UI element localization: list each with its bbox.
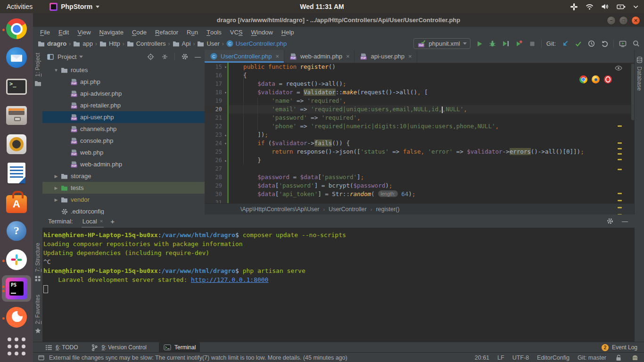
tool-button-versioncontrol[interactable]: 9: Version Control bbox=[91, 343, 147, 352]
tool-button-structure[interactable]: 7: Structure bbox=[33, 243, 42, 283]
system-tray[interactable] bbox=[570, 3, 638, 11]
menu-window[interactable]: Window bbox=[247, 27, 277, 37]
tree-item-console.php[interactable]: PHPconsole.php bbox=[42, 135, 205, 147]
close-icon[interactable]: × bbox=[275, 53, 279, 60]
editor-gutter[interactable]: 15▾161718▾1920212223▴24▾2526▴2728293031 bbox=[205, 63, 229, 204]
new-terminal-session-button[interactable]: + bbox=[110, 217, 115, 225]
run-with-coverage-button[interactable] bbox=[502, 40, 510, 48]
warning-stripe-mark[interactable] bbox=[618, 200, 622, 201]
dock-item-phpstorm[interactable]: PS bbox=[2, 275, 31, 302]
gutter-line[interactable]: 28 bbox=[205, 173, 229, 181]
close-icon[interactable]: × bbox=[346, 53, 350, 60]
tool-button-project[interactable]: 1: Project bbox=[33, 53, 42, 88]
slack-icon[interactable] bbox=[570, 3, 578, 11]
tool-button-todo[interactable]: 6: TODO bbox=[44, 343, 78, 352]
terminal-link[interactable]: http://127.0.0.1:8000 bbox=[191, 276, 268, 283]
tree-item-web.php[interactable]: PHPweb.php bbox=[42, 147, 205, 158]
lock-icon[interactable] bbox=[614, 354, 623, 362]
breadcrumb-item-http[interactable]: Http bbox=[99, 40, 120, 47]
menu-file[interactable]: File bbox=[36, 27, 54, 37]
warning-stripe-mark[interactable] bbox=[618, 125, 622, 127]
battery-icon[interactable] bbox=[617, 4, 626, 10]
close-icon[interactable]: × bbox=[100, 218, 103, 224]
rerun-button[interactable] bbox=[515, 40, 523, 48]
hector-inspections-icon[interactable] bbox=[631, 354, 639, 362]
gutter-line[interactable]: 27 bbox=[205, 165, 229, 173]
breadcrumb-item-dragro[interactable]: dragro bbox=[38, 40, 66, 47]
warning-stripe-mark[interactable] bbox=[618, 159, 622, 160]
warning-stripe-mark[interactable] bbox=[618, 148, 622, 149]
search-everywhere-button[interactable] bbox=[632, 40, 640, 48]
gutter-line[interactable]: 15▾ bbox=[205, 63, 229, 71]
tree-item-tests[interactable]: ▶tests bbox=[42, 182, 205, 194]
opera-browser-icon[interactable] bbox=[604, 75, 612, 83]
status-widget-20-61[interactable]: 20:61 bbox=[475, 354, 489, 361]
dock-item-chrome[interactable] bbox=[2, 16, 31, 42]
gear-icon[interactable] bbox=[181, 52, 189, 61]
git-rollback-button[interactable] bbox=[600, 40, 609, 48]
dock-item-software[interactable]: A bbox=[2, 189, 31, 215]
stop-button[interactable] bbox=[528, 40, 537, 48]
close-button[interactable]: ✕ bbox=[631, 16, 640, 25]
dock-item-help[interactable]: ? bbox=[2, 218, 31, 244]
terminal-output[interactable]: hiren@hiren-HP-Laptop-15q-bu0xx:/var/www… bbox=[43, 230, 635, 342]
debug-button[interactable] bbox=[488, 40, 497, 48]
status-widget-git--master[interactable]: Git: master bbox=[578, 354, 606, 361]
tree-item-vendor[interactable]: ▶vendor bbox=[42, 194, 205, 206]
status-widget-editorconfig[interactable]: EditorConfig bbox=[537, 354, 570, 361]
hide-panel-icon[interactable]: — bbox=[195, 53, 201, 60]
menu-tools[interactable]: Tools bbox=[202, 27, 226, 37]
terminal-tab-local[interactable]: Local × bbox=[82, 214, 104, 228]
maximize-button[interactable]: □ bbox=[619, 16, 628, 25]
gutter-line[interactable]: 25 bbox=[205, 148, 229, 156]
gutter-line[interactable]: 18▾ bbox=[205, 88, 229, 97]
tab-api-user.php[interactable]: PHPapi-user.php× bbox=[355, 50, 417, 63]
warning-stripe-mark[interactable] bbox=[618, 207, 622, 208]
tree-item-editorconfig[interactable]: .editorconfig bbox=[42, 206, 205, 214]
editor-breadcrumb-item[interactable]: UserController bbox=[329, 206, 367, 213]
breadcrumb-item-user[interactable]: User bbox=[197, 40, 219, 47]
dock-item-writer[interactable] bbox=[2, 160, 31, 186]
gutter-line[interactable]: 22 bbox=[205, 122, 229, 131]
dock-item-appgrid[interactable] bbox=[2, 333, 31, 360]
warning-stripe-mark[interactable] bbox=[618, 153, 622, 155]
tool-button-database[interactable]: Database bbox=[635, 56, 644, 90]
tab-web-admin.php[interactable]: PHPweb-admin.php× bbox=[284, 50, 355, 63]
close-icon[interactable]: × bbox=[408, 53, 412, 60]
gutter-line[interactable]: 19 bbox=[205, 97, 229, 105]
menu-code[interactable]: Code bbox=[128, 27, 151, 37]
git-history-button[interactable] bbox=[587, 40, 595, 48]
dock-item-thunderbird[interactable] bbox=[2, 44, 31, 71]
app-title-menu[interactable]: PhpStorm bbox=[50, 3, 99, 11]
dock-item-postman[interactable] bbox=[2, 304, 31, 330]
gutter-line[interactable]: 20 bbox=[205, 105, 229, 114]
git-update-button[interactable] bbox=[561, 40, 569, 48]
chrome-browser-icon[interactable] bbox=[579, 75, 587, 83]
menu-run[interactable]: Run bbox=[182, 27, 202, 37]
breadcrumb-item-app[interactable]: app bbox=[73, 40, 93, 47]
menu-navigate[interactable]: Navigate bbox=[95, 27, 128, 37]
tree-item-web-admin.php[interactable]: PHPweb-admin.php bbox=[42, 158, 205, 170]
tree-item-api.php[interactable]: PHPapi.php bbox=[42, 76, 205, 88]
event-log-button[interactable]: 2Event Log bbox=[602, 344, 637, 351]
gutter-line[interactable]: 16 bbox=[205, 71, 229, 80]
clock[interactable]: Wed 11:31 AM bbox=[300, 3, 344, 10]
tab-usercontroller.php[interactable]: CUserController.php× bbox=[205, 50, 284, 63]
warning-stripe-mark[interactable] bbox=[618, 142, 622, 144]
collapse-all-icon[interactable] bbox=[160, 52, 169, 61]
code-lines[interactable]: public function register() { $data = req… bbox=[229, 63, 631, 204]
tool-button-favorites[interactable]: 2: Favorites bbox=[33, 295, 42, 335]
hide-panel-icon[interactable]: — bbox=[622, 218, 628, 225]
gutter-line[interactable]: 23▴ bbox=[205, 131, 229, 139]
warning-stripe-mark[interactable] bbox=[618, 169, 622, 170]
menu-view[interactable]: View bbox=[73, 27, 95, 37]
dock-item-slack[interactable] bbox=[2, 247, 31, 273]
tree-item-storage[interactable]: ▶storage bbox=[42, 170, 205, 182]
gutter-line[interactable]: 21 bbox=[205, 114, 229, 122]
run-button[interactable] bbox=[475, 40, 484, 48]
git-commit-button[interactable] bbox=[574, 40, 582, 48]
editor-breadcrumb-item[interactable]: register() bbox=[376, 206, 399, 213]
tree-item-api-user.php[interactable]: PHPapi-user.php bbox=[42, 111, 205, 123]
menu-help[interactable]: Help bbox=[277, 27, 298, 37]
gutter-line[interactable]: 26▴ bbox=[205, 156, 229, 165]
